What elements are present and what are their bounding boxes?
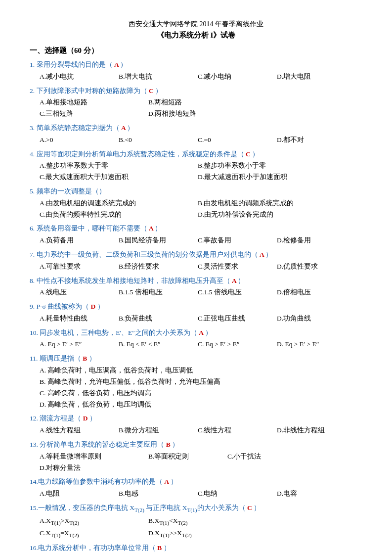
question-10: 10. 同步发电机，三种电势，E'、E″之间的大小关系为（ A ） A. Eq …	[30, 327, 362, 351]
q9-optA: A.耗量特性曲线	[40, 313, 119, 324]
q15-text: 15.一般情况，变压器的负序电抗 XT(2) 与正序电抗 XT(1)的大小关系为…	[30, 504, 246, 511]
title-line2: 《电力系统分析 I》试卷	[30, 31, 362, 40]
page-header: 西安交通大学网络学院 2014 年春季离线作业 《电力系统分析 I》试卷	[30, 20, 362, 40]
q2-optC: C.三相短路	[40, 108, 148, 120]
q14-optC: C.电纳	[198, 488, 277, 500]
q1-optC: C.减小电纳	[198, 71, 277, 83]
q8-optC: C.1.5 倍线电压	[198, 287, 277, 298]
question-11: 11. 顺调压是指（ B ） A. 高峰负荷时，电压调高，低谷负荷时，电压调低 …	[30, 353, 362, 410]
q6-optD: D.检修备用	[277, 235, 356, 246]
q15-optC: C.XT(1)=XT(2)	[40, 528, 148, 540]
q11-answer: B	[81, 355, 89, 362]
q5-optD: D.由无功补偿设备完成的	[198, 209, 356, 221]
questions-container: 1. 采用分裂导线的目的是（ A ） A.减小电抗 B.增大电抗 C.减小电纳 …	[30, 59, 362, 555]
question-7: 7. 电力系统中一级负荷、二级负荷和三级负荷的划分依据是用户对供电的（ A ） …	[30, 249, 362, 273]
q4-optC: C.最大减速面积大于加速面积	[40, 172, 198, 183]
question-14: 14.电力线路等值参数中消耗有功功率的是（ A ） A.电阻 B.电感 C.电纳…	[30, 476, 362, 500]
question-9: 9. P-σ 曲线被称为（ D ） A.耗量特性曲线 B.负荷曲线 C.正弦电压…	[30, 301, 362, 324]
q4-optA: A.整步功率系数大于零	[40, 160, 198, 172]
q7-answer: A	[258, 251, 266, 258]
q1-answer: A	[113, 61, 121, 68]
q15-optD: D.XT(1)>>XT(2)	[148, 528, 257, 540]
q3-answer: A	[120, 124, 128, 132]
q13-optA: A.等耗量微增率原则	[40, 451, 148, 462]
q11-options: A. 高峰负荷时，电压调高，低谷负荷时，电压调低 B. 高峰负荷时，允许电压偏低…	[40, 365, 362, 411]
question-3: 3. 简单系统静态稳定判据为（ A ） A.>0 B.<0 C.=0 D.都不对	[30, 123, 362, 146]
q13-text: 13. 分析简单电力系统的暂态稳定主要应用（	[30, 441, 164, 448]
q14-optD: D.电容	[277, 488, 356, 500]
q5-optC: C.由负荷的频率特性完成的	[40, 209, 198, 221]
q8-text: 8. 中性点不接地系统发生单相接地短路时，非故障相电压升高至（	[30, 277, 230, 284]
q11-optD: D. 高峰负荷，低谷负荷，电压均调低	[40, 399, 362, 411]
question-8: 8. 中性点不接地系统发生单相接地短路时，非故障相电压升高至（ A ） A.线电…	[30, 276, 362, 299]
q1-num: 1. 采用分裂导线的目的是（	[30, 61, 113, 68]
question-12: 12. 潮流方程是（ D ） A.线性方程组 B.微分方程组 C.线性方程 D.…	[30, 413, 362, 436]
q5-text: 5. 频率的一次调整是（	[30, 187, 99, 195]
q14-answer: A	[163, 478, 171, 485]
q14-optB: B.电感	[119, 488, 198, 500]
q11-text: 11. 顺调压是指（	[30, 355, 81, 362]
q7-text: 7. 电力系统中一级负荷、二级负荷和三级负荷的划分依据是用户对供电的（	[30, 251, 258, 258]
q8-optD: D.倍相电压	[277, 287, 356, 298]
q2-options: A.单相接地短路 B.两相短路 C.三相短路 D.两相接地短路	[40, 97, 362, 120]
question-1: 1. 采用分裂导线的目的是（ A ） A.减小电抗 B.增大电抗 C.减小电纳 …	[30, 59, 362, 83]
q15-answer: C	[246, 504, 254, 511]
q14-options: A.电阻 B.电感 C.电纳 D.电容	[40, 488, 362, 500]
question-2: 2. 下列故障形式中对称的短路故障为（ C ） A.单相接地短路 B.两相短路 …	[30, 86, 362, 120]
q13-options: A.等耗量微增率原则 B.等面积定则 C.小干扰法 D.对称分量法	[40, 451, 362, 474]
q11-optC: C. 高峰负荷，低谷负荷，电压均调高	[40, 388, 362, 399]
question-15: 15.一般情况，变压器的负序电抗 XT(2) 与正序电抗 XT(1)的大小关系为…	[30, 503, 362, 540]
q10-optA: A. Eq > E′ > E″	[40, 339, 119, 350]
q10-optD: D. Eq > E′ > E″	[277, 339, 356, 350]
q11-optB: B. 高峰负荷时，允许电压偏低，低谷负荷时，允许电压偏高	[40, 376, 362, 388]
q12-options: A.线性方程组 B.微分方程组 C.线性方程 D.非线性方程组	[40, 425, 362, 436]
q10-text: 10. 同步发电机，三种电势，E'、E″之间的大小关系为（	[30, 329, 197, 336]
q9-optD: D.功角曲线	[277, 313, 356, 324]
q3-options: A.>0 B.<0 C.=0 D.都不对	[40, 135, 362, 146]
q14-optA: A.电阻	[40, 488, 119, 500]
q10-optB: B. Eq < E′ < E″	[119, 339, 198, 350]
q3-optD: D.都不对	[277, 135, 356, 146]
q13-answer: B	[164, 441, 172, 448]
q6-answer: A	[147, 225, 155, 232]
q2-optD: D.两相接地短路	[148, 108, 257, 120]
q8-optA: A.线电压	[40, 287, 119, 298]
q5-optA: A.由发电机组的调速系统完成的	[40, 198, 198, 209]
q12-answer: D	[81, 415, 89, 422]
q12-optB: B.微分方程组	[119, 425, 198, 436]
q3-text: 3. 简单系统静态稳定判据为（	[30, 124, 120, 132]
q6-optC: C.事故备用	[198, 235, 277, 246]
q16-answer: B	[156, 544, 164, 552]
q6-text: 6. 系统备用容量中，哪种可能不需要（	[30, 225, 147, 232]
q9-options: A.耗量特性曲线 B.负荷曲线 C.正弦电压曲线 D.功角曲线	[40, 313, 362, 324]
q8-optB: B.1.5 倍相电压	[119, 287, 198, 298]
q12-optD: D.非线性方程组	[277, 425, 356, 436]
q7-options: A.可靠性要求 B.经济性要求 C.灵活性要求 D.优质性要求	[40, 261, 362, 273]
question-16: 16.电力系统分析中，有功功率单位常用（ B ） A.VAR B.MW C.MV…	[30, 543, 362, 555]
q15-options: A.XT(1)>XT(2) B.XT(1)<XT(2) C.XT(1)=XT(2…	[40, 515, 362, 540]
title-line1: 西安交通大学网络学院 2014 年春季离线作业	[30, 20, 362, 29]
q8-options: A.线电压 B.1.5 倍相电压 C.1.5 倍线电压 D.倍相电压	[40, 287, 362, 298]
q15-optB: B.XT(1)<XT(2)	[148, 515, 257, 528]
q14-text: 14.电力线路等值参数中消耗有功功率的是（	[30, 478, 163, 485]
q11-optA: A. 高峰负荷时，电压调高，低谷负荷时，电压调低	[40, 365, 362, 376]
q15-optA: A.XT(1)>XT(2)	[40, 515, 148, 528]
q9-text: 9. P-σ 曲线被称为（	[30, 303, 89, 310]
q2-text: 2. 下列故障形式中对称的短路故障为（	[30, 87, 147, 94]
q5-options: A.由发电机组的调速系统完成的 B.由发电机组的调频系统完成的 C.由负荷的频率…	[40, 198, 362, 221]
question-13: 13. 分析简单电力系统的暂态稳定主要应用（ B ） A.等耗量微增率原则 B.…	[30, 439, 362, 473]
q13-optD: D.对称分量法	[40, 462, 119, 474]
q6-options: A.负荷备用 B.国民经济备用 C.事故备用 D.检修备用	[40, 235, 362, 246]
q6-optA: A.负荷备用	[40, 235, 119, 246]
q1-optA: A.减小电抗	[40, 71, 119, 83]
q4-answer: C	[244, 150, 253, 158]
q1-options: A.减小电抗 B.增大电抗 C.减小电纳 D.增大电阻	[40, 71, 362, 83]
q4-optD: D.最大减速面积小于加速面积	[198, 172, 356, 183]
question-4: 4. 应用等面积定则分析简单电力系统暂态稳定性，系统稳定的条件是（ C ） A.…	[30, 149, 362, 183]
q1-optD: D.增大电阻	[277, 71, 356, 83]
q7-optB: B.经济性要求	[119, 261, 198, 273]
q3-optB: B.<0	[119, 135, 198, 146]
q12-optA: A.线性方程组	[40, 425, 119, 436]
q16-text: 16.电力系统分析中，有功功率单位常用（	[30, 544, 156, 552]
q2-answer: C	[147, 87, 156, 94]
